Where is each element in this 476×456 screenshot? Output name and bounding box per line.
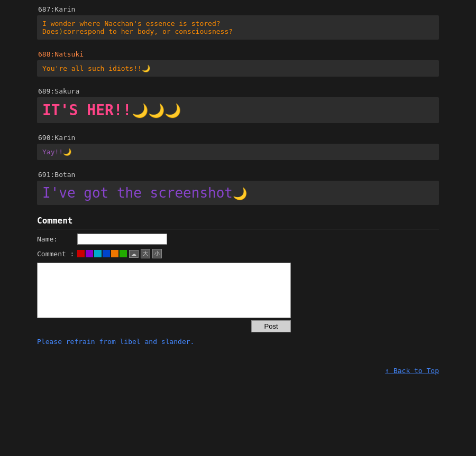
author-690: 690:Karin bbox=[37, 134, 439, 142]
author-688: 688:Natsuki bbox=[37, 50, 439, 58]
comment-690: 690:Karin Yay!!🌙 bbox=[37, 134, 439, 160]
misc-button-3[interactable]: 小 bbox=[152, 249, 162, 258]
comment-label: Comment : bbox=[37, 250, 74, 258]
back-to-top: ↑ Back to Top bbox=[37, 367, 439, 375]
back-to-top-link[interactable]: ↑ Back to Top bbox=[385, 367, 439, 375]
color-green-button[interactable] bbox=[120, 250, 127, 257]
text-687: I wonder where Nacchan's essence is stor… bbox=[37, 15, 439, 40]
page-wrapper: 687:Karin I wonder where Nacchan's essen… bbox=[0, 0, 476, 396]
comment-textarea[interactable] bbox=[37, 263, 291, 318]
misc-button-2[interactable]: 大 bbox=[141, 249, 150, 258]
text-691: I've got the screenshot🌙 bbox=[37, 181, 439, 205]
color-red-button[interactable] bbox=[77, 250, 85, 257]
msg-687: I wonder where Nacchan's essence is stor… bbox=[42, 20, 233, 35]
msg-689: IT'S HER!!🌙🌙🌙 bbox=[42, 101, 181, 119]
text-690: Yay!!🌙 bbox=[37, 144, 439, 160]
color-buttons: ☁ 大 小 bbox=[77, 249, 162, 258]
emoji-691: 🌙 bbox=[233, 187, 248, 200]
text-688: You're all such idiots!!🌙 bbox=[37, 60, 439, 77]
emoji-687: ) bbox=[59, 27, 63, 35]
comment-691: 691:Botan I've got the screenshot🌙 bbox=[37, 171, 439, 205]
msg-690: Yay!!🌙 bbox=[42, 148, 71, 156]
emoji-690: 🌙 bbox=[63, 148, 71, 156]
author-687: 687:Karin bbox=[37, 5, 439, 13]
post-button[interactable]: Post bbox=[251, 320, 291, 332]
text-689: IT'S HER!!🌙🌙🌙 bbox=[37, 97, 439, 123]
name-label: Name: bbox=[37, 235, 74, 243]
comment-689: 689:Sakura IT'S HER!!🌙🌙🌙 bbox=[37, 87, 439, 123]
emoji-688: 🌙 bbox=[142, 64, 150, 72]
name-input[interactable] bbox=[77, 234, 167, 245]
color-blue-button[interactable] bbox=[103, 250, 110, 257]
author-689: 689:Sakura bbox=[37, 87, 439, 95]
msg-688: You're all such idiots!!🌙 bbox=[42, 64, 150, 72]
warning-text: Please refrain from libel and slander. bbox=[37, 338, 439, 346]
color-cyan-button[interactable] bbox=[94, 250, 102, 257]
name-row: Name: bbox=[37, 234, 439, 245]
comment-label-row: Comment : ☁ 大 小 bbox=[37, 249, 439, 258]
author-691: 691:Botan bbox=[37, 171, 439, 179]
color-purple-button[interactable] bbox=[86, 250, 93, 257]
msg-691: I've got the screenshot🌙 bbox=[42, 185, 248, 201]
textarea-wrapper: Post bbox=[37, 263, 291, 332]
misc-button-1[interactable]: ☁ bbox=[129, 250, 139, 258]
comment-687: 687:Karin I wonder where Nacchan's essen… bbox=[37, 5, 439, 40]
comment-form: Comment Name: Comment : ☁ 大 小 Post bbox=[37, 216, 439, 346]
color-orange-button[interactable] bbox=[111, 250, 118, 257]
emoji-689: 🌙🌙🌙 bbox=[132, 103, 181, 118]
form-title: Comment bbox=[37, 216, 439, 229]
comment-688: 688:Natsuki You're all such idiots!!🌙 bbox=[37, 50, 439, 77]
